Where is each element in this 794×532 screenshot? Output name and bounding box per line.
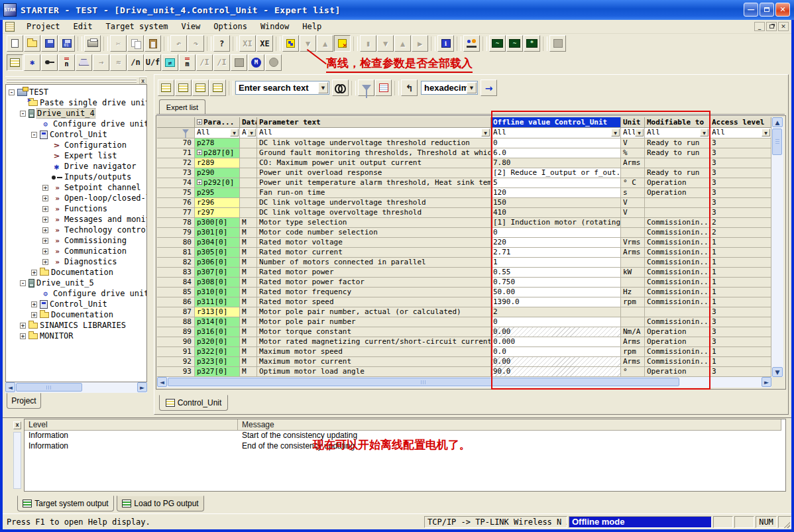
paste-icon[interactable] [144, 35, 161, 52]
drive-navigator-icon[interactable]: ✱ [24, 54, 40, 71]
output-scrollbar[interactable] [13, 432, 21, 489]
restore-button[interactable] [760, 3, 774, 17]
filter-offline-value[interactable]: All▼ [491, 128, 621, 138]
filter-funnel-cell[interactable] [157, 128, 195, 138]
tree-item-functions[interactable]: +»Functions [6, 203, 146, 214]
parameter-cell[interactable]: +p292[0] [195, 178, 240, 188]
filter-access-level[interactable]: All▼ [710, 128, 771, 138]
offline-value-cell[interactable]: 0 [491, 317, 621, 327]
offline-value-cell[interactable]: 90.0 [491, 367, 621, 377]
tree-item-commissioning[interactable]: +»Commissioning [6, 235, 146, 246]
expert-list-icon[interactable] [7, 54, 23, 71]
tree-expand-toggle[interactable]: + [20, 333, 26, 339]
minimize-button[interactable]: — [744, 3, 758, 17]
project-panel-grip[interactable]: x [5, 76, 147, 84]
setpoint-addition-icon[interactable]: → [93, 54, 109, 71]
vf-control-icon[interactable]: U∕f [144, 54, 161, 71]
output-close-icon[interactable]: x [13, 421, 21, 429]
ramp-generator-icon[interactable] [76, 54, 92, 71]
current-controller-icon[interactable]: ∕I [196, 54, 213, 71]
search-input[interactable]: Enter search text ▼ [235, 81, 329, 95]
cut-icon[interactable]: ✂ [110, 35, 127, 52]
expand-parameter-icon[interactable]: + [197, 150, 202, 155]
parameter-cell[interactable]: p311[0] [195, 297, 240, 307]
diagnostics-overview-icon[interactable]: i [437, 35, 454, 52]
tree-item-sinamics-libraries[interactable]: +SINAMICS LIBRARIES [6, 320, 146, 331]
current-setpoint-icon[interactable]: ∕I [213, 54, 230, 71]
scroll-thumb[interactable] [168, 378, 679, 386]
header-unit[interactable]: Unit [621, 117, 645, 128]
table-hscrollbar[interactable]: ◄ ► [157, 377, 771, 388]
tree-item-setpoint-channel[interactable]: +»Setpoint channel [6, 182, 146, 193]
parameter-cell[interactable]: r297 [195, 208, 240, 218]
output-header-level[interactable]: Level [25, 419, 238, 431]
offline-value-cell[interactable]: 0 [491, 138, 621, 148]
tree-expand-toggle[interactable]: + [31, 270, 37, 276]
filter-icon[interactable] [358, 80, 374, 96]
offline-value-cell[interactable]: 0.55 [491, 268, 621, 278]
menu-help[interactable]: Help [296, 21, 328, 33]
apply-format-icon[interactable]: → [481, 80, 497, 96]
parameter-cell[interactable]: r296 [195, 198, 240, 208]
project-tab[interactable]: Project [7, 393, 41, 409]
filter-unit[interactable]: All▼ [621, 128, 645, 138]
tree-item-drive-unit-5[interactable]: -Drive_unit_5 [6, 278, 146, 288]
abort-xi-icon[interactable]: XI [239, 35, 256, 52]
help-select-icon[interactable]: ? [213, 35, 230, 52]
offline-value-cell[interactable]: [2] Reduce I_output or f_out... [491, 168, 621, 178]
tree-item-configure-drive-unit[interactable]: ⚙Configure drive unit [6, 288, 146, 299]
offline-value-cell[interactable]: 5 [491, 178, 621, 188]
scroll-left-icon[interactable]: ◄ [157, 377, 167, 387]
header-access-level[interactable]: Access level [710, 117, 771, 128]
output-header-message[interactable]: Message [238, 419, 781, 431]
restore-factory-icon[interactable]: ▮ [360, 35, 376, 52]
offline-value-cell[interactable]: 0.750 [491, 278, 621, 288]
tree-item-documentation[interactable]: +Documentation [6, 267, 146, 278]
parameter-cell[interactable]: r313[0] [195, 307, 240, 317]
offline-value-cell[interactable]: [1] Induction motor (rotating) [491, 218, 621, 228]
parameter-cell[interactable]: p320[0] [195, 337, 240, 347]
search-dropdown-icon[interactable]: ▼ [318, 82, 328, 93]
parameter-cell[interactable]: p310[0] [195, 288, 240, 297]
filter-data[interactable]: All▼ [240, 128, 257, 138]
parameter-cell[interactable]: p323[0] [195, 357, 240, 367]
parameter-cell[interactable]: r289 [195, 158, 240, 168]
header-modifiable-to[interactable]: Modifiable to [645, 117, 710, 128]
save-project-icon[interactable] [41, 35, 58, 52]
scroll-right-icon[interactable]: ► [762, 377, 771, 387]
mdi-close-button[interactable]: ✕ [778, 22, 789, 31]
tree-item-technology-controll[interactable]: +»Technology controll [6, 225, 146, 235]
speed-controller-icon[interactable]: ∕n [127, 54, 144, 71]
trace-icon[interactable]: ~ [489, 35, 506, 52]
offline-value-cell[interactable]: 2.71 [491, 248, 621, 258]
controller-optimization-icon[interactable] [549, 35, 566, 52]
power-unit-icon[interactable] [231, 54, 247, 71]
tree-item-monitor[interactable]: +MONITOR [6, 331, 146, 341]
offline-value-cell[interactable]: 220 [491, 238, 621, 248]
previous-value-icon[interactable]: ↰ [401, 80, 418, 96]
tree-expand-toggle[interactable]: - [31, 132, 37, 138]
tree-item-communication[interactable]: +»Communication [6, 246, 146, 256]
find-icon[interactable] [332, 80, 349, 96]
tree-expand-toggle[interactable]: + [42, 195, 48, 201]
expert-list-tab[interactable]: Expert list [159, 99, 205, 115]
offline-value-cell[interactable]: 0.00 [491, 327, 621, 337]
header-parameter[interactable]: +Para... [195, 117, 240, 128]
scroll-left-icon[interactable]: ◄ [5, 382, 15, 392]
open-project-icon[interactable] [24, 35, 40, 52]
upload-to-pg-icon[interactable]: ▲ [394, 35, 411, 52]
copy-icon[interactable] [127, 35, 144, 52]
motor-module-icon[interactable]: ⇄ [162, 54, 178, 71]
tree-item-messages-and-monito[interactable]: +»Messages and monito [6, 214, 146, 225]
load-to-fs-icon[interactable]: ▶ [412, 35, 428, 52]
offline-value-cell[interactable]: 410 [491, 208, 621, 218]
tree-item-documentation[interactable]: +Documentation [6, 309, 146, 320]
filter-parameter-text[interactable]: All▼ [257, 128, 491, 138]
tree-expand-toggle[interactable]: + [31, 312, 37, 318]
motor-icon[interactable]: M [248, 54, 264, 71]
menu-target-system[interactable]: Target system [99, 21, 174, 33]
project-panel-close-icon[interactable]: x [139, 78, 146, 84]
menu-project[interactable]: Project [20, 21, 67, 33]
tree-expand-toggle[interactable]: + [42, 248, 48, 254]
parameter-cell[interactable]: p300[0] [195, 218, 240, 228]
